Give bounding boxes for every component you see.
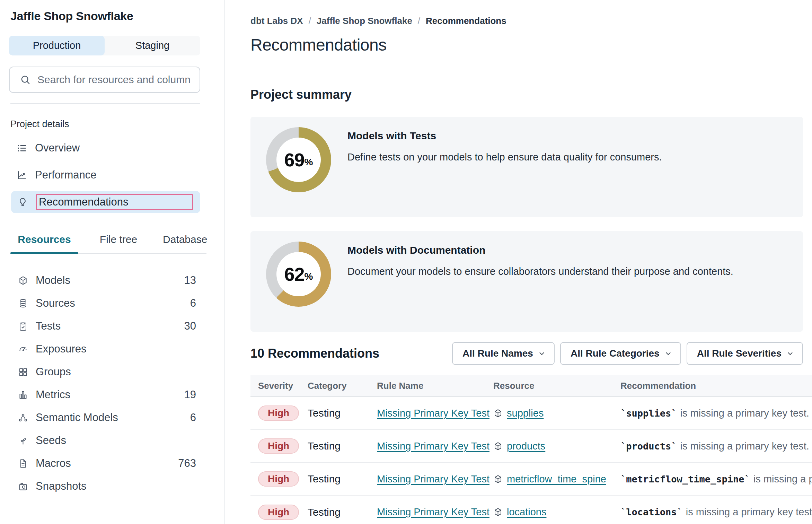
card-title: Models with Tests [347,129,662,142]
category-cell: Testing [308,407,377,419]
resource-link[interactable]: supplies [507,408,544,419]
app-window: Jaffle Shop Snowflake Production Staging… [0,0,812,524]
database-icon [18,298,28,308]
breadcrumb-separator: / [418,16,420,26]
resource-count: 6 [190,411,196,424]
search-input[interactable] [37,74,190,86]
cube-icon [493,507,503,517]
sidebar-item-label: Recommendations [39,196,128,208]
resource-code: `locations` [620,507,682,517]
sidebar: Jaffle Shop Snowflake Production Staging… [0,0,225,524]
card-description: Define tests on your models to help ensu… [347,151,662,163]
recommendation-cell: `metricflow_time_spine` is missing a pri… [620,473,812,485]
resource-item-models[interactable]: Models 13 [10,269,200,292]
resource-count: 763 [178,457,196,470]
resource-view-tabs: Resources File tree Database [10,234,206,254]
search-icon [19,74,31,86]
card-description: Document your models to ensure collabora… [347,265,733,278]
cube-icon [493,409,503,418]
resource-count: 30 [184,320,196,332]
donut-chart-tests: 69 % [266,127,331,192]
tab-file-tree[interactable]: File tree [96,234,141,253]
camera-icon [18,481,28,491]
filter-group: All Rule Names All Rule Categories All R… [452,342,803,365]
donut-percent-value: 69 [284,149,304,171]
file-icon [18,458,28,469]
donut-percent-sign: % [304,271,313,282]
donut-percent-value: 62 [284,263,304,285]
resource-item-exposures[interactable]: Exposures [10,338,200,360]
summary-card-models-with-documentation: 62 % Models with Documentation Document … [250,231,803,332]
chevron-down-icon [786,350,794,357]
breadcrumb-separator: / [309,16,311,26]
filter-rule-names[interactable]: All Rule Names [452,342,555,365]
project-nav: Overview Performance Recommendations [10,134,200,216]
severity-badge: High [258,505,299,520]
rule-name-link[interactable]: Missing Primary Key Test [377,473,489,484]
resource-item-sources[interactable]: Sources 6 [10,292,200,315]
breadcrumb-link-project[interactable]: Jaffle Shop Snowflake [317,16,412,26]
cube-icon [18,276,28,286]
category-cell: Testing [308,506,377,518]
summary-card-models-with-tests: 69 % Models with Tests Define tests on y… [250,117,803,217]
resource-code: `supplies` [620,408,677,419]
tab-staging[interactable]: Staging [105,36,200,55]
rule-name-link[interactable]: Missing Primary Key Test [377,440,489,452]
rule-name-link[interactable]: Missing Primary Key Test [377,506,489,517]
resource-item-snapshots[interactable]: Snapshots [10,475,200,498]
resource-item-seeds[interactable]: Seeds [10,429,200,452]
project-details-label: Project details [10,119,200,130]
recommendation-cell: `locations` is missing a primary key tes… [620,506,812,518]
category-cell: Testing [308,473,377,485]
cube-icon [493,474,503,484]
resource-item-groups[interactable]: Groups [10,360,200,383]
bar-chart-icon [18,390,28,400]
resource-count: 13 [184,274,196,287]
tab-database[interactable]: Database [163,234,205,253]
resource-link[interactable]: products [507,440,545,452]
search-box[interactable] [9,67,200,93]
resource-link[interactable]: metricflow_time_spine [507,473,606,485]
chevron-down-icon [538,350,546,357]
recommendations-heading: 10 Recommendations [250,346,379,361]
col-header-resource: Resource [493,381,620,391]
col-header-category: Category [308,381,377,391]
recommendation-cell: `products` is missing a primary key test… [620,440,812,452]
filter-rule-severities[interactable]: All Rule Severities [687,342,803,365]
resource-list: Models 13 Sources 6 Tests 30 Exposures [10,269,200,498]
gauge-icon [18,344,28,354]
resource-item-macros[interactable]: Macros 763 [10,452,200,475]
severity-badge: High [258,471,299,487]
sidebar-item-performance[interactable]: Performance [10,161,200,189]
tab-resources[interactable]: Resources [10,234,78,253]
tab-production[interactable]: Production [9,36,105,55]
breadcrumb-current: Recommendations [426,16,506,26]
col-header-recommendation: Recommendation [620,381,812,391]
project-title: Jaffle Shop Snowflake [10,8,200,24]
breadcrumb-link-dbt-labs-dx[interactable]: dbt Labs DX [250,16,303,26]
donut-percent-sign: % [304,157,313,168]
severity-badge: High [258,405,299,421]
table-row: High Testing Missing Primary Key Test pr… [250,430,812,463]
resource-count: 6 [190,297,196,309]
donut-chart-documentation: 62 % [266,242,331,307]
resource-link[interactable]: locations [507,506,546,518]
filter-rule-categories[interactable]: All Rule Categories [560,342,681,365]
severity-badge: High [258,438,299,454]
col-header-rule-name: Rule Name [377,381,493,391]
resource-item-metrics[interactable]: Metrics 19 [10,383,200,406]
table-row: High Testing Missing Primary Key Test su… [250,397,812,430]
network-icon [18,413,28,423]
sidebar-item-recommendations[interactable]: Recommendations [10,189,200,216]
sidebar-item-label: Overview [35,142,80,154]
resource-item-tests[interactable]: Tests 30 [10,315,200,338]
rule-name-link[interactable]: Missing Primary Key Test [377,408,489,419]
category-cell: Testing [308,440,377,452]
sidebar-item-label: Performance [35,169,96,181]
resource-item-semantic-models[interactable]: Semantic Models 6 [10,406,200,429]
recommendations-header-row: 10 Recommendations All Rule Names All Ru… [250,342,803,365]
resource-code: `products` [620,441,677,452]
environment-switcher: Production Staging [9,36,200,55]
grid-icon [18,367,28,377]
sidebar-item-overview[interactable]: Overview [10,134,200,161]
